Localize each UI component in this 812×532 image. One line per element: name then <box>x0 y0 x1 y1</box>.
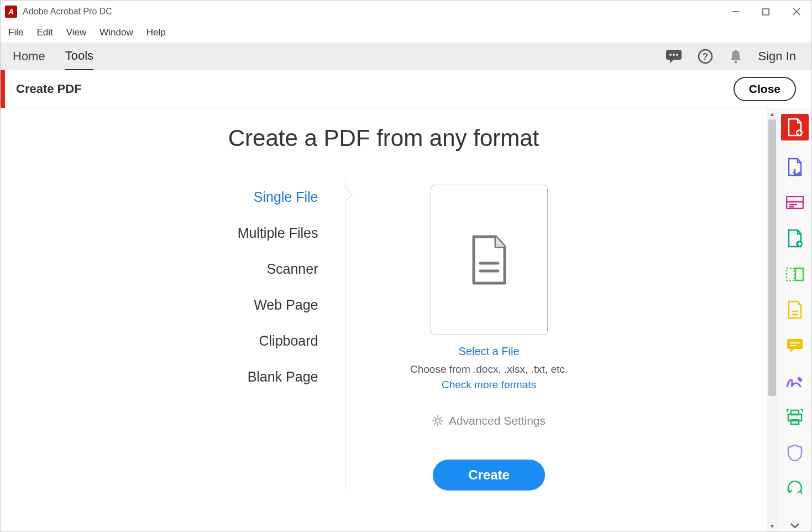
rail-export-pdf[interactable] <box>785 229 805 248</box>
svg-rect-41 <box>791 410 799 415</box>
file-drop-box[interactable] <box>431 185 548 335</box>
menu-view[interactable]: View <box>66 27 87 38</box>
svg-marker-39 <box>797 377 803 382</box>
svg-line-21 <box>440 417 442 419</box>
title-bar-left: A Adobe Acrobat Pro DC <box>5 6 112 18</box>
svg-line-19 <box>434 417 436 419</box>
rail-create-pdf[interactable] <box>781 114 809 140</box>
edit-pdf-icon <box>787 158 803 176</box>
nav-single-file[interactable]: Single File <box>135 179 345 215</box>
menu-bar: File Edit View Window Help <box>1 23 811 43</box>
svg-text:?: ? <box>703 52 708 61</box>
file-types-hint: Choose from .docx, .xlsx, .txt, etc. <box>410 363 568 375</box>
rail-edit-pdf[interactable] <box>785 157 805 176</box>
close-icon <box>793 8 800 15</box>
sign-in-link[interactable]: Sign In <box>758 49 797 64</box>
rail-fill-sign[interactable] <box>785 300 805 320</box>
svg-point-6 <box>669 54 672 56</box>
toolbar-actions: ? Sign In <box>666 49 797 64</box>
help-button[interactable]: ? <box>698 49 713 64</box>
menu-help[interactable]: Help <box>146 27 166 38</box>
maximize-button[interactable] <box>751 1 781 23</box>
rail-organize[interactable] <box>785 193 805 212</box>
title-bar: A Adobe Acrobat Pro DC <box>1 1 811 23</box>
select-file-link[interactable]: Select a File <box>458 345 519 358</box>
rail-protect[interactable] <box>785 444 805 463</box>
rail-more-button[interactable] <box>790 521 800 531</box>
minimize-button[interactable] <box>720 1 751 23</box>
toolbar-tabs: Home Tools <box>13 43 93 70</box>
tool-header-left: Create PDF <box>1 70 82 108</box>
gear-icon <box>432 415 443 426</box>
nav-web-page[interactable]: Web Page <box>135 287 345 323</box>
tool-color-bar <box>1 70 5 108</box>
create-pdf-icon <box>787 118 803 137</box>
rail-comment[interactable] <box>785 336 805 356</box>
optimize-icon <box>786 481 804 497</box>
tool-title: Create PDF <box>16 82 82 96</box>
document-icon <box>467 232 511 288</box>
svg-rect-31 <box>787 268 794 280</box>
comment-icon <box>786 338 804 353</box>
advanced-settings-row: Advanced Settings <box>432 414 546 427</box>
vertical-scrollbar[interactable]: ▴ ▾ <box>767 108 778 531</box>
nav-blank-page[interactable]: Blank Page <box>135 359 345 395</box>
compare-icon <box>785 266 804 283</box>
svg-marker-5 <box>670 59 674 63</box>
svg-rect-42 <box>791 420 799 424</box>
body-row: Create a PDF from any format Single File… <box>1 108 811 531</box>
share-button[interactable] <box>666 49 682 64</box>
rail-print-production[interactable] <box>785 408 805 427</box>
svg-line-22 <box>434 423 436 425</box>
more-formats-link[interactable]: Check more formats <box>442 379 536 391</box>
columns: Single File Multiple Files Scanner Web P… <box>1 179 767 491</box>
svg-point-7 <box>673 54 675 56</box>
svg-line-20 <box>440 423 442 425</box>
app-window: A Adobe Acrobat Pro DC File Edit View Wi… <box>0 0 812 532</box>
rail-sign[interactable] <box>785 372 805 391</box>
maximize-icon <box>762 8 769 15</box>
tools-rail <box>778 108 811 531</box>
svg-rect-35 <box>787 339 803 349</box>
help-icon: ? <box>698 49 713 64</box>
app-icon: A <box>5 6 17 18</box>
menu-file[interactable]: File <box>8 27 23 38</box>
export-pdf-icon <box>787 229 803 248</box>
scroll-thumb[interactable] <box>768 119 776 396</box>
menu-edit[interactable]: Edit <box>36 27 53 38</box>
print-icon <box>786 409 804 425</box>
svg-rect-1 <box>763 9 769 15</box>
nav-multiple-files[interactable]: Multiple Files <box>135 215 345 251</box>
svg-point-11 <box>734 61 737 64</box>
window-controls <box>720 1 811 23</box>
tab-home[interactable]: Home <box>13 43 45 70</box>
chevron-down-icon <box>790 523 800 529</box>
svg-point-8 <box>676 54 678 56</box>
sign-icon <box>786 374 804 389</box>
create-button[interactable]: Create <box>433 460 545 491</box>
nav-clipboard[interactable]: Clipboard <box>135 323 345 359</box>
svg-rect-32 <box>795 268 803 280</box>
advanced-settings-label: Advanced Settings <box>449 414 546 427</box>
rail-optimize[interactable] <box>785 479 805 498</box>
rail-compare[interactable] <box>785 264 805 284</box>
close-tool-button[interactable]: Close <box>734 77 796 101</box>
page-heading: Create a PDF from any format <box>1 125 767 152</box>
content-scroll[interactable]: Create a PDF from any format Single File… <box>1 108 767 531</box>
svg-point-14 <box>436 419 440 423</box>
notifications-button[interactable] <box>729 49 743 64</box>
source-nav: Single File Multiple Files Scanner Web P… <box>135 179 345 491</box>
svg-marker-36 <box>790 348 795 352</box>
close-window-button[interactable] <box>781 1 811 23</box>
scroll-up-arrow[interactable]: ▴ <box>767 108 778 119</box>
minimize-icon <box>732 8 740 15</box>
menu-window[interactable]: Window <box>99 27 133 38</box>
right-panel: Select a File Choose from .docx, .xlsx, … <box>345 179 633 491</box>
main-area: Create a PDF from any format Single File… <box>1 108 778 531</box>
main-toolbar: Home Tools ? Sign In <box>1 43 811 70</box>
nav-scanner[interactable]: Scanner <box>135 251 345 287</box>
scroll-down-arrow[interactable]: ▾ <box>767 520 778 531</box>
tab-tools[interactable]: Tools <box>65 43 93 71</box>
organize-icon <box>786 196 804 209</box>
speech-bubble-icon <box>666 49 682 64</box>
